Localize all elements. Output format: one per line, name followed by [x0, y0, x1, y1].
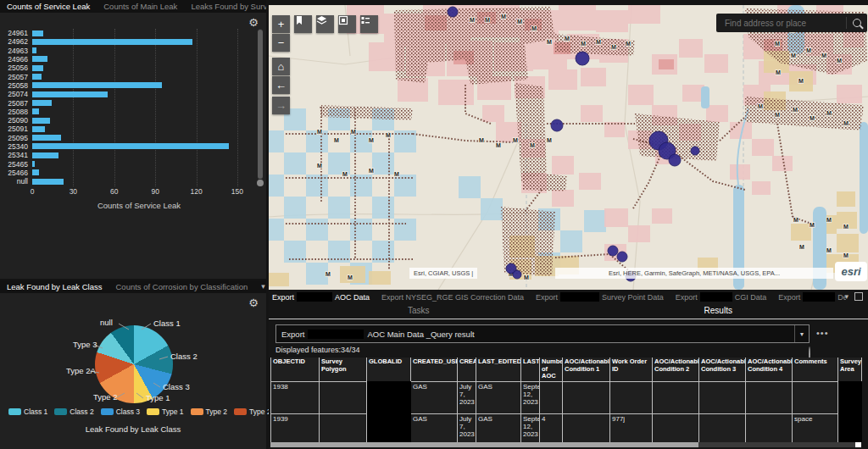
leak-point-marker[interactable] [576, 52, 589, 65]
bar-row[interactable]: 25090 [0, 116, 246, 125]
chevron-down-icon[interactable]: ▾ [844, 293, 849, 301]
bar-chart-scrollbar[interactable] [258, 29, 263, 186]
bar[interactable] [32, 126, 45, 132]
bar[interactable] [32, 161, 35, 167]
legend-item-1[interactable]: Class 2 [54, 407, 93, 416]
bar-row[interactable]: 25088 [0, 108, 246, 116]
bar[interactable] [32, 152, 58, 158]
more-options-button[interactable]: ••• [816, 328, 829, 338]
dropdown-caret[interactable]: ▼ [794, 325, 809, 342]
column-header[interactable]: OBJECTID [271, 358, 320, 381]
export-tab-3[interactable]: ExportCGI Data [676, 292, 767, 302]
column-header[interactable]: AOC/Actionable Condition 1 [563, 358, 610, 381]
column-header[interactable]: Work Order ID [610, 358, 653, 381]
bar[interactable] [32, 169, 39, 175]
bar-row[interactable]: 25087 [0, 98, 246, 107]
bar[interactable] [32, 30, 43, 36]
bar[interactable] [32, 65, 43, 71]
pie-tab-0[interactable]: Leak Found by Leak Class [7, 282, 102, 291]
export-tab-1[interactable]: Export NYSEG_RGE GIS Correction Data [381, 293, 524, 302]
column-header[interactable]: GLOBALID [367, 358, 411, 381]
bar-row[interactable]: 25091 [0, 125, 246, 133]
bar[interactable] [32, 56, 47, 62]
leak-point-marker[interactable] [617, 252, 627, 262]
gear-icon[interactable]: ⚙ [248, 17, 259, 28]
column-header[interactable]: Number of AOC [540, 358, 563, 381]
column-header[interactable]: CREAT [458, 358, 476, 381]
bar[interactable] [32, 39, 192, 45]
zoom-in-button[interactable]: + [272, 15, 290, 33]
column-header[interactable]: AOC/Actionable Condition 3 [699, 358, 746, 381]
column-header[interactable]: Survey Area [838, 358, 862, 381]
bookmark-button[interactable] [294, 15, 312, 33]
legend-item-2[interactable]: Class 3 [101, 407, 140, 416]
tab-results[interactable]: Results [704, 306, 732, 315]
table-row[interactable]: 1939GASJuly 7, 2023GASSeptember 12, 2023… [271, 413, 862, 442]
pie-tab-1[interactable]: Counts of Corrosion by Classification [115, 282, 248, 291]
bar-row[interactable]: 25074 [0, 90, 246, 98]
forward-button[interactable]: → [272, 97, 290, 114]
column-header[interactable]: AOC/Actionable Condition 2 [653, 358, 699, 381]
bar[interactable] [32, 118, 50, 124]
column-header[interactable]: AOC/Actionable Condition 4 [746, 358, 793, 381]
column-header[interactable]: CREATED_USER [411, 358, 458, 381]
export-tab-4[interactable]: ExportDevice Data [778, 292, 846, 302]
bar[interactable] [32, 100, 52, 106]
leak-point-marker[interactable] [669, 154, 681, 166]
scrollbar-thumb[interactable] [258, 30, 263, 179]
home-button[interactable]: ⌂ [272, 58, 290, 75]
column-header[interactable]: Survey Polygon [320, 358, 367, 381]
bar-row[interactable]: 25465 [0, 159, 246, 168]
bar-row[interactable]: null [0, 177, 246, 186]
leak-point-marker[interactable] [448, 7, 458, 17]
column-header[interactable]: LAST_EDITED_U [476, 358, 521, 381]
query-result-select[interactable]: ExportAOC Main Data _Query result ▼ [275, 324, 810, 343]
legend-item-0[interactable]: Class 1 [8, 407, 47, 416]
bar-row[interactable]: 24966 [0, 55, 246, 64]
bar-row[interactable]: 25340 [0, 142, 246, 151]
bar[interactable] [32, 82, 162, 88]
bar-row[interactable]: 24961 [0, 29, 246, 37]
column-header[interactable]: Comments [793, 358, 838, 381]
export-tab-2[interactable]: ExportSurvey Point Data [536, 292, 664, 302]
bar[interactable] [32, 47, 36, 53]
bar-row[interactable]: 25095 [0, 134, 246, 142]
bar-row[interactable]: 24963 [0, 47, 246, 55]
zoom-out-button[interactable]: − [272, 34, 290, 52]
column-header[interactable]: LAST_ [521, 358, 540, 381]
legend-button[interactable] [360, 15, 378, 33]
leak-point-marker[interactable] [513, 270, 521, 279]
bar-tab-2[interactable]: Leaks Found by Surveyor [191, 2, 266, 11]
back-button[interactable]: ← [272, 76, 290, 94]
layers-button[interactable] [316, 15, 334, 33]
leak-point-marker[interactable] [608, 246, 618, 256]
bar-row[interactable]: 24962 [0, 37, 246, 46]
bar[interactable] [32, 135, 61, 141]
scrollbar-thumb[interactable] [270, 442, 698, 447]
search-input[interactable] [716, 19, 846, 28]
basemap-button[interactable] [338, 15, 356, 33]
legend-item-5[interactable]: Type 2/ [234, 407, 273, 416]
table-h-scrollbar[interactable] [270, 442, 861, 447]
map-canvas[interactable]: MMMMMMMMMMMMMMMMMMMMMMMMMMMMMMMMMMMMMMMM… [269, 5, 868, 290]
leak-point-marker[interactable] [691, 147, 699, 155]
expand-window-icon[interactable] [854, 292, 863, 301]
bar-tab-1[interactable]: Counts of Main Leak [103, 2, 177, 11]
bar-row[interactable]: 25057 [0, 72, 246, 80]
gear-icon[interactable]: ⚙ [248, 297, 259, 308]
bar-row[interactable]: 25058 [0, 81, 246, 90]
leak-point-marker[interactable] [551, 119, 563, 131]
bar[interactable] [32, 108, 39, 114]
chevron-down-icon[interactable]: ▾ [261, 283, 265, 291]
export-tab-0[interactable]: ExportAOC Data [272, 292, 370, 302]
bar-tab-0[interactable]: Counts of Service Leak [7, 2, 90, 11]
bar[interactable] [32, 179, 64, 185]
bar-row[interactable]: 25056 [0, 64, 246, 72]
table-row[interactable]: 1938GASJuly 7, 2023GASSeptember 12, 2023 [271, 381, 862, 413]
legend-item-3[interactable]: Type 1 [147, 407, 184, 416]
bar-row[interactable]: 25341 [0, 151, 246, 159]
bar[interactable] [32, 143, 229, 149]
bar[interactable] [32, 74, 42, 80]
tab-tasks[interactable]: Tasks [408, 306, 430, 315]
legend-item-4[interactable]: Type 2 [191, 407, 228, 416]
